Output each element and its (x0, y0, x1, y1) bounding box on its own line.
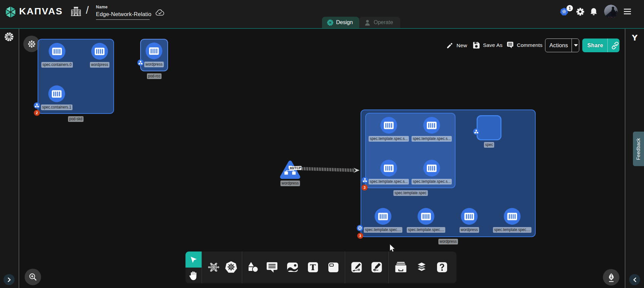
edge-port-label: 80/TCP (289, 166, 302, 170)
organization-icon[interactable] (71, 6, 81, 18)
app-title: KAΠVAS (19, 6, 63, 17)
kanvas-logo-icon[interactable] (5, 6, 16, 20)
drawer-tool[interactable] (394, 261, 408, 274)
settings-gear-icon[interactable] (576, 7, 585, 18)
card-tool[interactable] (327, 261, 340, 274)
design-name-field[interactable]: Name Edge-Network-Relatio (96, 4, 150, 20)
tab-design[interactable]: Design (322, 17, 359, 28)
operate-tab-label: Operate (374, 19, 393, 25)
hand-icon (189, 271, 198, 281)
pen-nib-button[interactable] (603, 269, 620, 286)
design-name-underline (96, 19, 150, 20)
edge-wordpress-service[interactable] (0, 29, 644, 288)
mouse-cursor (389, 244, 396, 253)
notifications-bell-icon[interactable] (589, 7, 598, 18)
toolbar-divider (388, 251, 389, 283)
design-tab-label: Design (336, 19, 353, 25)
canvas-area[interactable]: New Save As Comments Actions Share (0, 29, 644, 288)
collapse-right-panel-button[interactable] (629, 274, 640, 285)
layers-tool[interactable] (415, 261, 429, 274)
design-tab-icon (327, 19, 333, 26)
feedback-tab[interactable]: Feedback (633, 132, 644, 166)
image-tool[interactable] (286, 261, 299, 273)
design-name-input[interactable]: Edge-Network-Relatio (96, 11, 150, 17)
y-logo: Y (632, 33, 638, 42)
kubernetes-context-icon[interactable]: 1 (560, 8, 568, 17)
component-chip-tool[interactable] (207, 261, 220, 274)
avatar[interactable] (604, 5, 618, 18)
edge-pen-tool[interactable] (350, 261, 363, 274)
toolbar-divider (202, 251, 202, 283)
kubernetes-context-count: 1 (567, 5, 573, 11)
shapes-tool[interactable] (246, 261, 259, 274)
select-tool-button[interactable] (185, 251, 202, 268)
menu-hamburger-icon[interactable] (624, 9, 631, 16)
cursor-icon (190, 256, 198, 264)
app-header: KAΠVAS / Name Edge-Network-Relatio (0, 0, 644, 28)
design-name-label: Name (96, 5, 150, 9)
zoom-in-button[interactable] (25, 269, 41, 285)
cloud-saved-icon (155, 9, 165, 18)
operate-tab-icon (364, 19, 371, 26)
pen-nib-icon (606, 272, 616, 282)
help-tool[interactable] (436, 261, 448, 274)
toolbar-divider (242, 251, 242, 283)
text-tool[interactable] (307, 261, 319, 273)
pan-tool-button[interactable] (185, 268, 202, 283)
feedback-tab-label: Feedback (636, 138, 641, 160)
breadcrumb-separator: / (86, 4, 89, 16)
zoom-in-icon (29, 273, 37, 281)
comment-tool[interactable] (266, 261, 278, 273)
toolbar-divider (345, 251, 345, 283)
freehand-pencil-tool[interactable] (370, 261, 383, 274)
bottom-toolbar (185, 251, 457, 283)
tab-operate[interactable]: Operate (359, 17, 400, 28)
kubernetes-tool[interactable] (224, 261, 238, 274)
